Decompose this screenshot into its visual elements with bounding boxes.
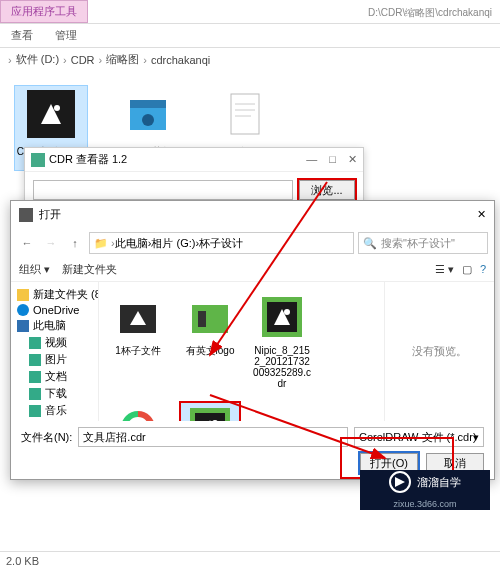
dialog-toolbar: 组织 ▾ 新建文件夹 ☰ ▾ ▢ ? [11,258,494,282]
file-pane[interactable]: 1杯子文件 有英文logo Nipic_8_2152_2012173200932… [99,282,384,421]
breadcrumb-seg[interactable]: CDR [69,54,97,66]
dialog-icon [19,208,33,222]
tab-view[interactable]: 查看 [0,24,44,47]
sidebar-item[interactable]: 图片 [15,351,94,368]
shortcut-icon: ↗ [113,403,163,421]
help-icon[interactable]: ? [480,263,486,276]
svg-point-14 [284,309,290,315]
filename-label: 文件名(N): [21,430,72,445]
breadcrumb-seg[interactable]: 缩略图 [104,52,141,67]
svg-rect-19 [195,413,225,421]
maximize-icon[interactable]: □ [329,153,336,166]
sidebar: 新建文件夹 (8 ^ OneDrive 此电脑 视频 图片 文档 下载 音乐 桌… [11,282,99,421]
exe-icon [23,86,79,142]
svg-rect-11 [198,311,206,327]
file-item-folder[interactable]: 有英文logo [181,292,239,389]
open-dialog: 打开 ✕ ← → ↑ 📁 › 此电脑 › 相片 (G:) › 杯子设计 🔍 搜索… [10,200,495,480]
forward-button[interactable]: → [41,233,61,253]
sidebar-item[interactable]: 文档 [15,368,94,385]
sidebar-item[interactable]: 新建文件夹 (8 ^ [15,286,94,303]
view-icon[interactable]: ☰ ▾ [435,263,454,276]
svg-rect-5 [231,94,259,134]
svg-marker-24 [395,477,405,487]
chevron-down-icon: ▾ [473,431,479,444]
statusbar: 2.0 KB [0,551,500,570]
breadcrumb-seg[interactable]: 软件 (D:) [14,52,61,67]
close-icon[interactable]: ✕ [348,153,357,166]
back-button[interactable]: ← [17,233,37,253]
file-item-shortcut[interactable]: ↗ 访问啊图网 [109,403,167,421]
cdr-titlebar[interactable]: CDR 查看器 1.2 — □ ✕ [25,148,363,172]
close-icon[interactable]: ✕ [477,208,486,221]
ribbon-tabs-2: 查看 管理 [0,24,500,48]
preview-pane: 没有预览。 [384,282,494,421]
dialog-breadcrumb[interactable]: 📁 › 此电脑 › 相片 (G:) › 杯子设计 [89,232,354,254]
sidebar-item[interactable]: 下载 [15,385,94,402]
open-dialog-titlebar[interactable]: 打开 ✕ [11,201,494,228]
tab-tools[interactable]: 应用程序工具 [0,0,88,23]
cdr-icon [257,292,307,342]
cdr-viewer-window: CDR 查看器 1.2 — □ ✕ 浏览... [24,147,364,207]
svg-rect-3 [130,100,166,108]
svg-rect-10 [192,305,228,333]
svg-point-4 [142,114,154,126]
breadcrumb-seg[interactable]: cdrchakanqi [149,54,212,66]
tab-manage[interactable]: 管理 [44,24,88,47]
search-icon: 🔍 [363,237,377,250]
dialog-navbar: ← → ↑ 📁 › 此电脑 › 相片 (G:) › 杯子设计 🔍 搜索"杯子设计… [11,228,494,258]
newfolder-button[interactable]: 新建文件夹 [62,262,117,277]
file-item-cdr[interactable]: 文具店招.cdr [181,403,239,421]
cdr-icon [185,403,235,421]
dialog-title: 打开 [39,207,61,222]
filename-input[interactable]: 文具店招.cdr [78,427,348,447]
sidebar-item-thispc[interactable]: 此电脑 [15,317,94,334]
sidebar-item[interactable]: 音乐 [15,402,94,419]
minimize-icon[interactable]: — [306,153,317,166]
watermark: 溜溜自学 zixue.3d66.com [360,470,490,510]
svg-point-1 [54,105,60,111]
ribbon-tabs: 应用程序工具 D:\CDR\缩略图\cdrchakanqi [0,0,500,24]
cdr-title-text: CDR 查看器 1.2 [49,152,127,167]
play-icon [389,471,411,493]
browse-button[interactable]: 浏览... [299,180,355,200]
app-icon [31,153,45,167]
preview-icon[interactable]: ▢ [462,263,472,276]
sidebar-item-onedrive[interactable]: OneDrive [15,303,94,317]
organize-button[interactable]: 组织 ▾ [19,262,50,277]
up-button[interactable]: ↑ [65,233,85,253]
window-path: D:\CDR\缩略图\cdrchakanqi [360,3,500,23]
folder-icon [113,292,163,342]
reg-icon [120,86,176,142]
search-input[interactable]: 🔍 搜索"杯子设计" [358,232,488,254]
file-item-folder[interactable]: 1杯子文件 [109,292,167,389]
breadcrumb-sep: › [6,54,14,66]
breadcrumb-bar[interactable]: › 软件 (D:) › CDR › 缩略图 › cdrchakanqi [0,48,500,71]
txt-icon [217,86,273,142]
cdr-path-input[interactable] [33,180,293,200]
filetype-dropdown[interactable]: CorelDRAW 文件 (*.cdr) ▾ [354,427,484,447]
file-item-cdr[interactable]: Nipic_8_2152_20121732009325289.cdr [253,292,311,389]
sidebar-item[interactable]: 视频 [15,334,94,351]
folder-icon [185,292,235,342]
